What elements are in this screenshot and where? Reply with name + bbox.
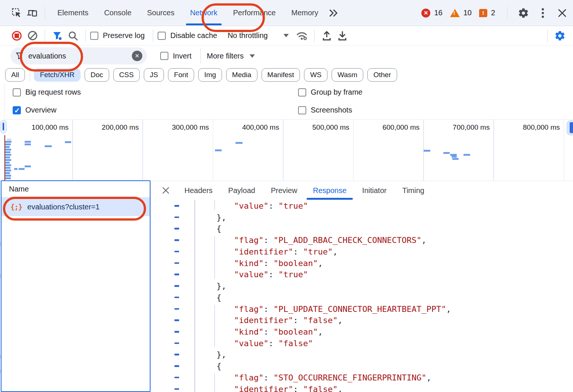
preserve-log-checkbox[interactable] [90, 32, 98, 40]
request-timing-bar [19, 168, 25, 170]
error-badge-icon[interactable]: ✕ [421, 9, 430, 18]
detail-tab-preview[interactable]: Preview [263, 181, 305, 200]
type-filter-font[interactable]: Font [168, 68, 194, 82]
type-filter-css[interactable]: CSS [113, 68, 140, 82]
timeline-gridline [283, 120, 284, 181]
tab-elements[interactable]: Elements [50, 0, 96, 26]
device-toolbar-icon[interactable] [25, 5, 40, 21]
close-devtools-icon[interactable] [554, 5, 570, 21]
request-timing-bar [5, 151, 10, 153]
network-overview-timeline[interactable]: 100,000 ms200,000 ms300,000 ms400,000 ms… [4, 119, 573, 181]
timeline-tick-label: 600,000 ms [360, 123, 420, 132]
group-by-frame-checkbox[interactable] [298, 88, 306, 97]
tab-performance[interactable]: Performance [225, 0, 284, 26]
request-name: evaluations?cluster=1 [27, 203, 99, 211]
type-filter-ws[interactable]: WS [304, 68, 327, 82]
code-line: }, [151, 349, 573, 360]
timeline-gridline [564, 120, 564, 181]
invert-checkbox[interactable] [160, 52, 168, 60]
response-body-viewer[interactable]: "value": "true"},{"flag": "PL_ADD_RBAC_C… [151, 200, 573, 392]
indent-guide [214, 236, 215, 279]
type-filter-manifest[interactable]: Manifest [262, 68, 300, 82]
timeline-gridline [142, 120, 143, 181]
close-detail-icon[interactable] [159, 183, 173, 198]
divider [85, 29, 86, 42]
type-filter-other[interactable]: Other [367, 68, 397, 82]
request-timing-bar [5, 170, 11, 171]
more-tabs-icon[interactable] [326, 5, 342, 21]
divider [45, 29, 45, 42]
filter-input[interactable]: evaluations ✕ [10, 47, 147, 64]
divider [45, 7, 45, 19]
inspect-element-icon[interactable] [9, 5, 25, 21]
clear-network-log-icon[interactable] [25, 28, 40, 44]
export-har-icon[interactable] [335, 28, 350, 44]
detail-tab-payload[interactable]: Payload [221, 181, 263, 200]
overview-option[interactable]: Overview [13, 106, 56, 114]
overview-right-handle[interactable] [567, 120, 573, 135]
issues-count: 2 [491, 9, 495, 17]
type-filter-img[interactable]: Img [198, 68, 222, 82]
type-filter-media[interactable]: Media [226, 68, 257, 82]
tab-console[interactable]: Console [96, 0, 139, 26]
request-type-filters: AllFetch/XHRDocCSSJSFontImgMediaManifest… [0, 66, 573, 83]
type-filter-doc[interactable]: Doc [85, 68, 109, 82]
request-timing-bar [5, 149, 11, 151]
request-timing-bar [14, 168, 18, 170]
big-request-rows-option[interactable]: Big request rows [13, 88, 81, 97]
tab-network[interactable]: Network [182, 0, 225, 26]
overview-checkbox[interactable] [13, 106, 21, 114]
filter-query-text: evaluations [28, 52, 132, 60]
request-row[interactable]: {;} evaluations?cluster=1 [1, 197, 150, 216]
group-by-frame-option[interactable]: Group by frame [298, 88, 363, 97]
detail-tab-initiator[interactable]: Initiator [354, 181, 395, 200]
kebab-menu-icon[interactable] [535, 5, 551, 21]
detail-tab-headers[interactable]: Headers [177, 181, 221, 200]
warning-badge-icon[interactable] [450, 9, 460, 17]
type-filter-fetch-xhr[interactable]: Fetch/XHR [34, 68, 80, 82]
settings-gear-icon[interactable] [516, 5, 531, 21]
big-request-rows-checkbox[interactable] [13, 88, 21, 97]
network-conditions-icon[interactable] [294, 28, 310, 44]
request-timing-bar [5, 154, 11, 156]
request-timing-bar [5, 172, 10, 174]
type-filter-wasm[interactable]: Wasm [332, 68, 363, 82]
request-timing-bar [5, 175, 11, 177]
search-icon[interactable] [65, 28, 81, 44]
throttling-select[interactable]: No throttling [228, 31, 268, 40]
type-filter-js[interactable]: JS [144, 68, 164, 82]
request-list-panel: Name {;} evaluations?cluster=1 [1, 180, 151, 392]
detail-tab-timing[interactable]: Timing [395, 181, 432, 200]
tab-memory[interactable]: Memory [284, 0, 326, 26]
code-line: }, [151, 212, 573, 223]
more-filters-button[interactable]: More filters [207, 52, 244, 60]
import-har-icon[interactable] [319, 28, 335, 44]
divider [30, 69, 30, 81]
disable-cache-checkbox[interactable] [158, 32, 166, 40]
request-detail-panel: HeadersPayloadPreviewResponseInitiatorTi… [151, 181, 573, 392]
screenshots-checkbox[interactable] [298, 106, 306, 114]
request-timing-bar [463, 154, 470, 156]
type-filter-all[interactable]: All [5, 68, 25, 82]
filter-icon[interactable] [50, 28, 65, 44]
more-filters-arrow-icon[interactable] [250, 54, 255, 58]
timeline-tick-label: 800,000 ms [500, 123, 560, 132]
issues-badge-icon[interactable]: ! [479, 9, 487, 17]
tab-sources[interactable]: Sources [139, 0, 182, 26]
record-network-log-icon[interactable] [9, 28, 25, 44]
overview-left-handle[interactable] [0, 120, 7, 133]
request-timing-bar [215, 149, 222, 151]
name-column-header[interactable]: Name [1, 181, 150, 197]
network-settings-gear-icon[interactable] [552, 28, 568, 44]
screenshots-option[interactable]: Screenshots [298, 106, 352, 114]
clear-filter-icon[interactable]: ✕ [132, 51, 142, 61]
detail-tab-response[interactable]: Response [305, 181, 354, 200]
divider [153, 29, 153, 42]
devtools-tab-bar: ElementsConsoleSourcesNetworkPerformance… [0, 0, 573, 26]
throttling-dropdown-arrow-icon[interactable] [284, 34, 289, 37]
divider [507, 7, 507, 19]
big-request-rows-label: Big request rows [25, 88, 81, 97]
divider [314, 29, 314, 42]
timeline-tick-label: 400,000 ms [219, 123, 279, 132]
indent-guide [214, 305, 215, 348]
